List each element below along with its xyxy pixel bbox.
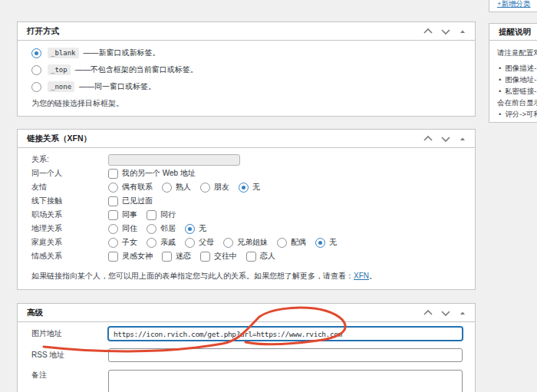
list-item: •私密链接->勾: [497, 85, 537, 97]
move-up-icon[interactable]: [423, 134, 433, 143]
rss-address-row: RSS 地址: [31, 348, 463, 362]
note-wrap-line: 会在前台显示: [497, 97, 537, 108]
radio-co-resident[interactable]: [108, 224, 118, 234]
move-up-icon[interactable]: [423, 27, 433, 36]
panel-link-target-body: _blank ——新窗口或新标签。 _top ——不包含框架的当前窗口或标签。 …: [18, 41, 475, 109]
checkbox-another-address[interactable]: [108, 169, 118, 179]
target-code-blank: _blank: [48, 48, 79, 58]
rss-address-label: RSS 地址: [31, 350, 108, 361]
target-code-none: _none: [48, 81, 74, 92]
panel-advanced-body: 图片地址 RSS 地址 备注: [18, 322, 475, 392]
checkbox-colleague[interactable]: [147, 210, 156, 220]
collapse-icon[interactable]: [458, 27, 467, 36]
wordpress-edit-link-page: { "page": { "accent": "#2271b1", "annota…: [0, 0, 537, 392]
panel-xfn-header[interactable]: 链接关系（XFN）: [18, 130, 475, 148]
target-code-top: _top: [48, 64, 71, 75]
collapse-icon[interactable]: [458, 308, 467, 318]
bullet-icon: •: [499, 62, 501, 74]
panel-reminder-notes: 提醒说明 请注意配置对应 •图像描述->链 •图像地址->链 •私密链接->勾 …: [489, 23, 537, 123]
panel-link-target: 打开方式 _blank ——新窗口或新标签。 _top ——不包含框架的当前窗口…: [17, 21, 476, 117]
panel-advanced-title: 高级: [27, 308, 43, 318]
panel-xfn-body: 关系: 同一个人 我的另一个 Web 地址 友情 偶有联系 熟人 朋友 无 线下…: [18, 148, 475, 282]
xfn-rel-input[interactable]: [108, 154, 240, 166]
xfn-row-family: 家庭关系 子女 亲戚 父母 兄弟姐妹 配偶 无: [31, 236, 463, 249]
notes-row: 备注: [31, 370, 463, 392]
xfn-row-romantic: 情感关系 灵感女神 迷恋 交往中 恋人: [31, 249, 463, 263]
panel-advanced: 高级 图片地址 RSS 地址 备注: [17, 303, 476, 392]
radio-spouse[interactable]: [277, 238, 287, 248]
collapse-icon[interactable]: [458, 134, 467, 143]
bullet-icon: •: [499, 74, 501, 85]
move-down-icon[interactable]: [440, 134, 451, 143]
image-address-input[interactable]: [108, 327, 463, 341]
radio-parent[interactable]: [185, 238, 195, 248]
bullet-icon: •: [499, 85, 501, 97]
list-item: •图像地址->链: [497, 74, 537, 85]
target-desc-top: ——不包含框架的当前窗口或标签。: [75, 64, 198, 75]
category-box: +新增分类: [489, 0, 537, 12]
panel-reminder-notes-body: 请注意配置对应 •图像描述->链 •图像地址->链 •私密链接->勾 会在前台显…: [489, 41, 537, 126]
target-desc-blank: ——新窗口或新标签。: [84, 48, 160, 58]
radio-target-none[interactable]: [31, 82, 41, 92]
rss-address-input[interactable]: [108, 348, 463, 362]
note-intro: 请注意配置对应: [497, 47, 537, 58]
xfn-link[interactable]: XFN: [354, 272, 369, 280]
checkbox-date[interactable]: [200, 252, 210, 262]
radio-child[interactable]: [108, 238, 118, 248]
notes-textarea[interactable]: [108, 370, 463, 392]
checkbox-sweetheart[interactable]: [246, 252, 256, 262]
xfn-row-rel: 关系:: [31, 153, 463, 166]
checkbox-crush[interactable]: [162, 252, 172, 262]
xfn-footer: 如果链接指向某个人，您可以用上面的表单指定您与此人的关系。如果您想了解更多，请查…: [31, 271, 463, 282]
radio-sibling[interactable]: [223, 238, 233, 248]
xfn-row-friendship: 友情 偶有联系 熟人 朋友 无: [31, 180, 463, 194]
notes-label: 备注: [31, 370, 108, 380]
radio-geo-none[interactable]: [185, 224, 195, 234]
checkbox-met[interactable]: [108, 196, 118, 206]
panel-link-target-header[interactable]: 打开方式: [18, 22, 475, 41]
radio-friendship-none[interactable]: [239, 183, 249, 193]
radio-target-top[interactable]: [31, 65, 41, 75]
radio-acquaintance[interactable]: [162, 183, 172, 193]
target-option-none: _none ——同一窗口或标签。: [31, 81, 463, 92]
bullet-icon: •: [499, 108, 501, 120]
move-down-icon[interactable]: [440, 27, 451, 36]
panel-xfn-title: 链接关系（XFN）: [27, 133, 91, 144]
radio-contact[interactable]: [108, 183, 118, 193]
xfn-rel-label: 关系:: [31, 154, 108, 165]
radio-neighbor[interactable]: [147, 224, 156, 234]
xfn-row-professional: 职场关系 同事 同行: [31, 208, 463, 222]
target-option-blank: _blank ——新窗口或新标签。: [31, 48, 463, 58]
move-up-icon[interactable]: [423, 308, 433, 318]
xfn-row-geographical: 地理关系 同住 邻居 无: [31, 222, 463, 236]
target-desc-none: ——同一窗口或标签。: [79, 81, 156, 92]
checkbox-muse[interactable]: [108, 252, 118, 262]
panel-xfn: 链接关系（XFN） 关系: 同一个人 我的另一个 Web 地址 友情 偶有联系 …: [17, 129, 476, 290]
list-item: •图像描述->链: [497, 62, 537, 74]
target-hint: 为您的链接选择目标框架。: [31, 98, 463, 109]
radio-target-blank[interactable]: [31, 48, 41, 58]
checkbox-coworker[interactable]: [108, 210, 118, 220]
panel-link-target-title: 打开方式: [27, 26, 59, 37]
image-address-row: 图片地址: [31, 327, 463, 341]
panel-reminder-notes-title: 提醒说明: [499, 27, 531, 38]
move-down-icon[interactable]: [440, 308, 451, 318]
xfn-row-identity: 同一个人 我的另一个 Web 地址: [31, 166, 463, 180]
radio-friend[interactable]: [200, 183, 210, 193]
radio-family-none[interactable]: [315, 238, 325, 248]
list-item: •评分->可利用: [497, 108, 537, 120]
xfn-row-physical: 线下接触 已见过面: [31, 194, 463, 208]
radio-kin[interactable]: [147, 238, 156, 248]
add-category-link[interactable]: +新增分类: [497, 0, 531, 9]
panel-advanced-header[interactable]: 高级: [18, 304, 475, 322]
panel-reminder-notes-header[interactable]: 提醒说明: [489, 24, 537, 41]
image-address-label: 图片地址: [31, 328, 108, 339]
target-option-top: _top ——不包含框架的当前窗口或标签。: [31, 64, 463, 75]
